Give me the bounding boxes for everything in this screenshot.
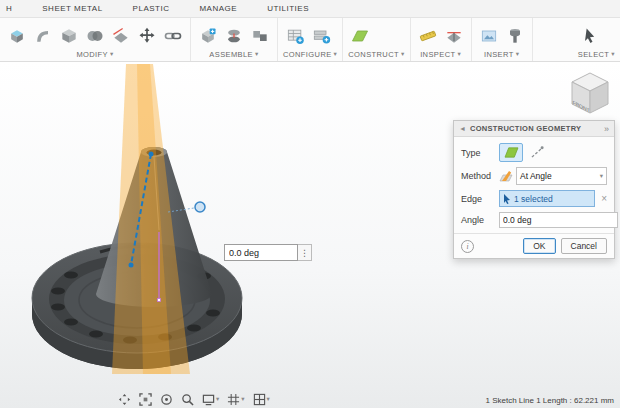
info-icon[interactable]: i (461, 240, 474, 253)
inspect-menu-label: INSPECT (420, 50, 455, 59)
method-select[interactable]: At Angle ▾ (516, 167, 607, 185)
modify-menu-label: MODIFY (76, 50, 108, 59)
caret-down-icon: ▾ (110, 51, 114, 58)
display-settings-button[interactable]: ▾ (202, 393, 219, 406)
at-angle-method-icon (499, 169, 513, 183)
type-row: Type (461, 143, 607, 162)
rigid-group-icon[interactable] (248, 24, 272, 48)
construct-menu-label: CONSTRUCT (348, 50, 399, 59)
zoom-icon[interactable] (181, 393, 194, 406)
dialog-header[interactable]: ◄ CONSTRUCTION GEOMETRY » (454, 121, 614, 137)
toolbar-group-assemble: ASSEMBLE ▾ (191, 18, 278, 61)
canvas-angle-input[interactable] (224, 244, 298, 261)
tab-sheet-metal[interactable]: SHEET METAL (40, 3, 104, 14)
select-menu-label: SELECT (578, 50, 610, 59)
insert-icons (477, 21, 527, 50)
angle-float-editor: ⋮ (224, 244, 312, 261)
clear-selection-icon[interactable]: × (601, 194, 607, 204)
toolbar-group-construct: CONSTRUCT ▾ (343, 18, 410, 61)
configure-menu-label: CONFIGURE (283, 50, 332, 59)
caret-down-icon: ▾ (516, 51, 520, 58)
navigation-bar: ▾ ▾ ▾ (118, 393, 270, 406)
inspect-menu-button[interactable]: INSPECT ▾ (416, 50, 466, 59)
edge-label: Edge (461, 194, 499, 204)
selection-cursor-icon (503, 194, 511, 204)
tab-fragment[interactable]: H (4, 3, 14, 14)
method-selected-value: At Angle (520, 171, 597, 181)
toolbar-group-modify: MODIFY ▾ (0, 18, 191, 61)
select-cursor-icon[interactable] (578, 24, 602, 48)
insert-menu-button[interactable]: INSERT ▾ (477, 50, 527, 59)
dialog-expand-icon[interactable]: » (604, 124, 609, 134)
press-pull-icon[interactable] (5, 24, 29, 48)
caret-down-icon: ▾ (334, 51, 338, 58)
construct-menu-button[interactable]: CONSTRUCT ▾ (348, 50, 404, 59)
new-component-icon[interactable] (196, 24, 220, 48)
dialog-footer: i OK Cancel (454, 233, 614, 258)
assemble-menu-label: ASSEMBLE (209, 50, 253, 59)
joint-icon[interactable] (222, 24, 246, 48)
edge-selected-count: 1 selected (514, 194, 553, 204)
measure-icon[interactable] (416, 24, 440, 48)
edge-selection-chip[interactable]: 1 selected (499, 190, 595, 207)
caret-down-icon: ▾ (611, 51, 615, 58)
menubar: H SHEET METAL PLASTIC MANAGE UTILITIES (0, 0, 620, 18)
angle-label: Angle (461, 215, 499, 225)
type-label: Type (461, 148, 499, 158)
toolbar-group-inspect: INSPECT ▾ (411, 18, 472, 61)
section-analysis-icon[interactable] (442, 24, 466, 48)
dialog-collapse-icon[interactable]: ◄ (459, 125, 466, 132)
construction-geometry-dialog: ◄ CONSTRUCTION GEOMETRY » Type Method (453, 120, 615, 259)
tab-utilities[interactable]: UTILITIES (265, 3, 311, 14)
dialog-body: Type Method At Angle ▾ Edge (454, 137, 614, 233)
tab-manage[interactable]: MANAGE (197, 3, 239, 14)
toolbar-group-insert: INSERT ▾ (472, 18, 533, 61)
caret-down-icon: ▾ (241, 396, 244, 403)
angle-row: Angle (461, 212, 607, 228)
angle-value-input[interactable] (499, 212, 618, 228)
grid-icon (227, 393, 240, 406)
shell-icon[interactable] (57, 24, 81, 48)
type-plane-button[interactable] (499, 143, 523, 162)
caret-down-icon: ▾ (600, 173, 603, 180)
viewport-canvas[interactable]: ⋮ FRONT ◄ CONSTRUCTION GEOMETRY » Type (0, 62, 620, 408)
assemble-menu-button[interactable]: ASSEMBLE ▾ (196, 50, 272, 59)
modify-menu-button[interactable]: MODIFY ▾ (5, 50, 185, 59)
selection-status-text: 1 Sketch Line 1 Length : 62.221 mm (485, 396, 614, 405)
type-axis-button[interactable] (525, 143, 549, 162)
insert-menu-label: INSERT (484, 50, 514, 59)
configuration-table-icon[interactable] (283, 24, 307, 48)
tab-plastic[interactable]: PLASTIC (131, 3, 172, 14)
edge-row: Edge 1 selected × (461, 190, 607, 207)
toolbar: MODIFY ▾ ASSEMBLE ▾ CONFIGURE ▾ CONSTRUC… (0, 18, 620, 62)
construction-plane-icon[interactable] (348, 24, 372, 48)
grid-and-snaps-button[interactable]: ▾ (227, 393, 244, 406)
combine-icon[interactable] (83, 24, 107, 48)
viewcube[interactable]: FRONT (566, 66, 614, 116)
add-configuration-icon[interactable] (309, 24, 333, 48)
select-menu-button[interactable]: SELECT ▾ (578, 50, 615, 59)
3d-model-scene[interactable] (0, 62, 470, 408)
align-link-icon[interactable] (161, 24, 185, 48)
viewports-button[interactable]: ▾ (253, 393, 270, 406)
caret-down-icon: ▾ (401, 51, 405, 58)
caret-down-icon: ▾ (267, 396, 270, 403)
insert-canvas-icon[interactable] (477, 24, 501, 48)
pan-icon[interactable] (118, 393, 131, 406)
ok-button[interactable]: OK (523, 238, 555, 254)
configure-icons (283, 21, 337, 50)
move-copy-icon[interactable] (135, 24, 159, 48)
fillet-icon[interactable] (31, 24, 55, 48)
method-label: Method (461, 171, 499, 181)
insert-fastener-icon[interactable] (503, 24, 527, 48)
orbit-icon[interactable] (160, 393, 173, 406)
fit-view-icon[interactable] (139, 393, 152, 406)
caret-down-icon: ▾ (255, 51, 259, 58)
configure-menu-button[interactable]: CONFIGURE ▾ (283, 50, 337, 59)
split-body-icon[interactable] (109, 24, 133, 48)
angle-options-menu-icon[interactable]: ⋮ (298, 244, 312, 261)
construct-icons (348, 21, 404, 50)
viewports-icon (253, 393, 266, 406)
caret-down-icon: ▾ (216, 396, 219, 403)
cancel-button[interactable]: Cancel (561, 238, 607, 254)
